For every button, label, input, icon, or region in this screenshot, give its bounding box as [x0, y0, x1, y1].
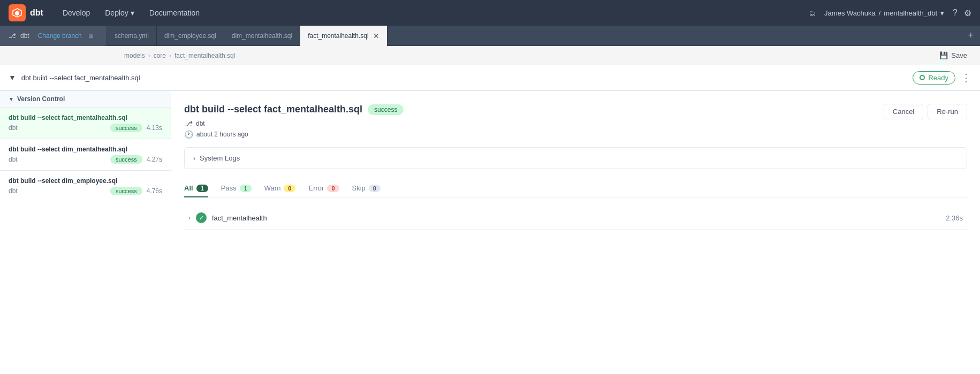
history-item[interactable]: dbt build --select dim_employee.sql dbt … [0, 171, 171, 202]
history-item-title: dbt build --select fact_mentalhealth.sql [9, 114, 162, 121]
history-item-meta: dbt success 4.13s [9, 124, 162, 132]
system-logs-label: System Logs [200, 154, 240, 162]
tab-label: dim_employee.sql [164, 32, 216, 40]
top-nav: dbt Develop Deploy ▾ Documentation 🗂 Jam… [0, 0, 980, 26]
breadcrumb-sep-1: › [148, 52, 150, 59]
duration: 4.13s [147, 124, 162, 132]
right-panel: dbt build --select fact_mentalhealth.sql… [171, 91, 980, 374]
duration: 4.27s [147, 156, 162, 163]
save-label: Save [951, 51, 967, 59]
tab-schema-yml[interactable]: schema.yml [107, 26, 157, 46]
ready-dot-icon [920, 75, 925, 80]
success-badge: success [110, 155, 142, 164]
history-item-branch: dbt [9, 156, 18, 163]
branch-menu-icon[interactable]: ⊞ [88, 32, 94, 40]
branch-name: dbt [20, 32, 29, 40]
user-name: James Wachuka [824, 9, 876, 17]
filter-tab-all[interactable]: All 1 [184, 180, 208, 197]
version-control-section: ▼ Version Control [0, 91, 171, 108]
history-item-right: success 4.76s [110, 187, 162, 195]
result-duration: 2.36s [946, 214, 963, 222]
history-list: dbt build --select fact_mentalhealth.sql… [0, 108, 171, 374]
result-expand-icon[interactable]: › [188, 214, 191, 222]
filter-pass-count: 1 [240, 185, 252, 192]
filter-tab-error[interactable]: Error 0 [308, 180, 339, 197]
tab-dim-mentalhealth-sql[interactable]: dim_mentalhealth.sql [224, 26, 300, 46]
system-logs-section[interactable]: › System Logs [184, 147, 967, 169]
run-actions: Cancel Re-run [884, 104, 967, 119]
success-badge: success [110, 124, 142, 132]
breadcrumb-file[interactable]: fact_mentalhealth.sql [174, 52, 235, 59]
nav-icons: ? ⚙ [953, 8, 971, 18]
git-branch-icon: ⎇ [9, 32, 16, 40]
sidebar-tab: ⎇ dbt Change branch ⊞ [0, 26, 107, 46]
filter-pass-label: Pass [221, 184, 237, 192]
command-text: dbt build --select fact_mentalhealth.sql [21, 74, 908, 82]
run-meta-time: 🕐 about 2 hours ago [184, 130, 404, 139]
filter-tab-skip[interactable]: Skip 0 [352, 180, 381, 197]
nav-develop[interactable]: Develop [56, 5, 96, 20]
help-icon[interactable]: ? [953, 8, 958, 18]
success-badge: success [110, 187, 142, 195]
change-branch-btn[interactable]: Change branch [38, 32, 82, 40]
filter-warn-count: 0 [284, 185, 295, 192]
filter-tabs: All 1 Pass 1 Warn 0 Error 0 Skip 0 [184, 180, 967, 197]
dbt-logo-icon [9, 4, 26, 21]
cancel-button[interactable]: Cancel [884, 104, 923, 119]
breadcrumb-sep-2: › [169, 52, 171, 59]
run-meta: ⎇ dbt 🕐 about 2 hours ago [184, 119, 404, 139]
ready-status-badge: Ready [913, 71, 955, 85]
history-item-branch: dbt [9, 187, 18, 195]
more-options-icon[interactable]: ⋮ [961, 71, 971, 84]
run-title-area: dbt build --select fact_mentalhealth.sql… [184, 104, 404, 139]
filter-all-label: All [184, 184, 193, 192]
history-item-branch: dbt [9, 124, 18, 132]
ready-label: Ready [928, 74, 948, 82]
tab-dim-employee-sql[interactable]: dim_employee.sql [157, 26, 224, 46]
vc-chevron-icon[interactable]: ▼ [9, 96, 14, 102]
breadcrumb-core[interactable]: core [154, 52, 166, 59]
tabs-bar: ⎇ dbt Change branch ⊞ schema.yml dim_emp… [0, 26, 980, 46]
tab-label: dim_mentalhealth.sql [232, 32, 292, 40]
nav-user[interactable]: James Wachuka / mentalhealth_dbt ▾ [824, 9, 944, 17]
history-item-meta: dbt success 4.27s [9, 155, 162, 164]
history-item[interactable]: dbt build --select fact_mentalhealth.sql… [0, 108, 171, 139]
run-header: dbt build --select fact_mentalhealth.sql… [184, 104, 967, 139]
add-tab-icon[interactable]: + [961, 30, 980, 41]
file-tabs: schema.yml dim_employee.sql dim_mentalhe… [107, 26, 961, 46]
settings-icon[interactable]: ⚙ [964, 8, 971, 18]
vc-label: Version Control [17, 95, 65, 103]
chevron-down-icon: ▾ [940, 9, 944, 17]
filter-all-count: 1 [196, 185, 208, 192]
result-row: › ✓ fact_mentalhealth 2.36s [184, 206, 967, 230]
history-item[interactable]: dbt build --select dim_mentalhealth.sql … [0, 139, 171, 171]
collapse-chevron-icon[interactable]: ▼ [9, 73, 16, 82]
expand-icon: › [193, 155, 195, 162]
history-item-title: dbt build --select dim_employee.sql [9, 177, 162, 185]
command-bar: ▼ dbt build --select fact_mentalhealth.s… [0, 65, 980, 91]
left-panel: ▼ Version Control dbt build --select fac… [0, 91, 171, 374]
tab-fact-mentalhealth-sql[interactable]: fact_mentalhealth.sql ✕ [300, 26, 387, 46]
filter-warn-label: Warn [264, 184, 281, 192]
history-item-right: success 4.13s [110, 124, 162, 132]
run-title-text: dbt build --select fact_mentalhealth.sql [184, 104, 362, 115]
filter-error-label: Error [308, 184, 324, 192]
close-tab-icon[interactable]: ✕ [373, 32, 379, 40]
filter-tab-warn[interactable]: Warn 0 [264, 180, 296, 197]
rerun-button[interactable]: Re-run [928, 104, 967, 119]
filter-error-count: 0 [327, 185, 339, 192]
save-button[interactable]: 💾 Save [935, 49, 971, 62]
filter-skip-count: 0 [369, 185, 381, 192]
nav-right: 🗂 James Wachuka / mentalhealth_dbt ▾ ? ⚙ [809, 8, 971, 18]
history-item-right: success 4.27s [110, 155, 162, 164]
nav-documentation[interactable]: Documentation [143, 5, 206, 20]
breadcrumb-models[interactable]: models [124, 52, 145, 59]
save-icon: 💾 [939, 51, 948, 59]
run-status-badge: success [368, 104, 404, 115]
filter-tab-pass[interactable]: Pass 1 [221, 180, 252, 197]
nav-deploy[interactable]: Deploy ▾ [98, 5, 141, 20]
tab-label: fact_mentalhealth.sql [308, 32, 368, 40]
tab-label: schema.yml [115, 32, 149, 40]
history-item-title: dbt build --select dim_mentalhealth.sql [9, 146, 162, 153]
breadcrumb: models › core › fact_mentalhealth.sql [116, 52, 935, 59]
